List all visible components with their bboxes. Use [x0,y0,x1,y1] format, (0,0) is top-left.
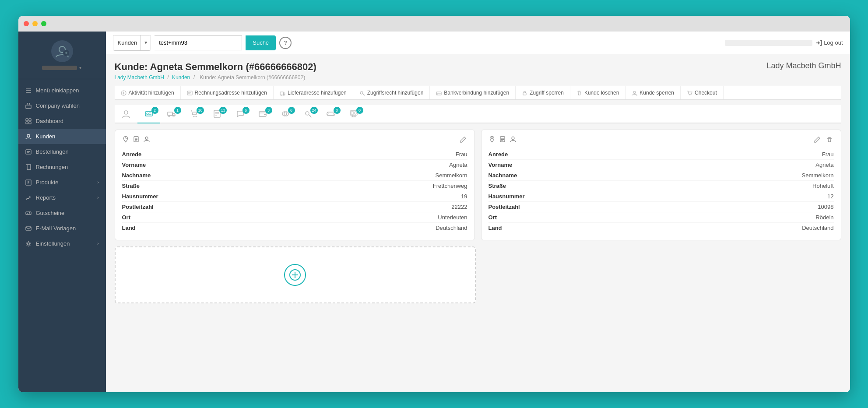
card-icons-right-left [459,135,467,144]
chevron-down-icon: ▼ [141,35,151,50]
sidebar-item-email[interactable]: E-Mail Vorlagen [18,221,106,236]
sidebar-item-company[interactable]: Company wählen [18,98,106,113]
sidebar: ▼ Menü einklappen [18,32,106,392]
field-value: Agneta [449,162,467,168]
field-label: Land [122,225,175,231]
help-button[interactable]: ? [279,37,292,49]
svg-line-36 [636,94,637,96]
add-delivery-address-button[interactable]: Lieferadresse hinzufügen [274,86,353,99]
svg-rect-15 [26,212,31,215]
search-select-wrap: Kunden ▼ [113,35,151,51]
edit-left-button[interactable] [459,135,467,144]
sidebar-item-label: Dashboard [36,118,64,124]
search-button[interactable]: Suche [246,35,276,50]
tab-truck-badge: 1 [174,107,181,114]
add-invoice-address-button[interactable]: Rechnungsadresse hinzufügen [181,86,274,99]
card-icons-right-right [813,135,834,144]
breadcrumb-kunden[interactable]: Kunden [172,74,190,81]
add-bank-button[interactable]: Bankverbindung hinzufügen [430,86,516,99]
tab-key[interactable]: 24 [297,105,320,123]
tab-voucher[interactable]: 0 [320,105,342,123]
sidebar-item-gutscheine[interactable]: Gutscheine [18,205,106,221]
svg-rect-64 [355,112,356,114]
field-label: Postleitzahl [122,204,175,210]
breadcrumb: Lady Macbeth GmbH / Kunden / Kunde: Agne… [115,74,841,81]
cards-area: Anrede Frau Vorname Agneta Nachname Semm… [115,130,841,240]
add-bank-label: Bankverbindung hinzufügen [444,90,509,96]
svg-point-37 [689,94,690,95]
sidebar-item-label: Company wählen [36,102,80,109]
tab-cart[interactable]: 16 [183,105,206,123]
logout-button[interactable]: Log out [816,39,843,46]
delete-right-button[interactable] [825,135,834,144]
tab-chat[interactable]: 6 [228,105,251,123]
tab-idcard[interactable]: 2 [137,105,160,123]
tab-chat-badge: 6 [242,107,250,114]
sidebar-item-kunden[interactable]: Kunden [18,129,106,144]
sidebar-item-rechnungen[interactable]: Rechnungen [18,159,106,175]
sidebar-item-reports[interactable]: Reports › [18,190,106,205]
svg-line-58 [310,116,311,116]
lock-access-label: Zugriff sperren [530,90,564,96]
add-card-row [115,246,841,303]
sidebar-item-dashboard[interactable]: Dashboard [18,113,106,129]
svg-rect-6 [26,119,28,121]
field-label: Anrede [122,151,175,158]
field-land-left: Land Deutschland [122,223,467,233]
tab-user[interactable] [115,105,137,123]
add-address-card[interactable] [115,246,476,303]
action-bar: Aktivität hinzufügen Rechnungsadresse hi… [115,86,841,100]
field-anrede-left: Anrede Frau [122,149,467,160]
field-label: Land [488,225,541,231]
minimize-dot[interactable] [32,21,38,26]
person-icon [143,136,150,144]
breadcrumb-company[interactable]: Lady Macbeth GmbH [115,74,164,81]
checkout-button[interactable]: Checkout [681,86,724,99]
tab-payment[interactable]: 6 [274,105,297,123]
top-bar-right: Log out [725,39,843,46]
delete-customer-button[interactable]: Kunde löschen [570,86,626,99]
field-value: 19 [461,193,467,200]
svg-rect-54 [264,114,266,115]
tab-orders-badge: 13 [219,107,226,114]
svg-point-10 [27,134,30,137]
field-nachname-right: Nachname Semmelkorn [488,170,834,181]
svg-rect-44 [168,112,172,116]
menu-toggle[interactable]: Menü einklappen [18,83,106,98]
sidebar-item-produkte[interactable]: Produkte › [18,175,106,190]
sidebar-nav: Menü einklappen Company wählen [18,79,106,392]
field-value: Semmelkorn [436,172,467,179]
maximize-dot[interactable] [41,21,46,26]
breadcrumb-sep1: / [167,74,170,81]
field-label: Nachname [122,172,175,179]
tab-orders[interactable]: 13 [206,105,228,123]
user-info [725,40,812,46]
add-activity-button[interactable]: Aktivität hinzufügen [115,86,181,99]
field-label: Ort [488,214,541,221]
sidebar-item-bestellungen[interactable]: Bestellungen [18,144,106,159]
field-strasse-left: Straße Frettchenweg [122,181,467,191]
search-input[interactable] [155,35,242,50]
tab-wallet[interactable]: 3 [251,105,274,123]
lock-access-button[interactable]: Zugriff sperren [516,86,570,99]
block-customer-button[interactable]: Kunde sperren [626,86,681,99]
field-value: Hoheluft [812,183,833,189]
field-nachname-left: Nachname Semmelkorn [122,170,467,181]
svg-rect-40 [145,112,152,116]
close-dot[interactable] [24,21,29,26]
tab-screen[interactable]: 0 [342,105,365,123]
tab-wallet-badge: 3 [265,107,272,114]
sidebar-user[interactable]: ▼ [42,66,82,70]
sidebar-item-einstellungen[interactable]: Einstellungen › [18,236,106,251]
field-hausnummer-right: Hausnummer 12 [488,191,834,202]
svg-rect-63 [351,112,354,114]
field-label: Straße [488,183,541,189]
edit-right-button[interactable] [813,135,822,144]
sidebar-item-label: Reports [36,194,56,201]
search-select-label[interactable]: Kunden [113,35,141,50]
page-title: Kunde: Agneta Semmelkorn (#66666666802) [115,61,316,73]
tab-truck[interactable]: 1 [160,105,183,123]
add-access-button[interactable]: Zugriffsrecht hinzufügen [353,86,430,99]
person-icon [510,136,517,144]
field-vorname-right: Vorname Agneta [488,160,834,170]
